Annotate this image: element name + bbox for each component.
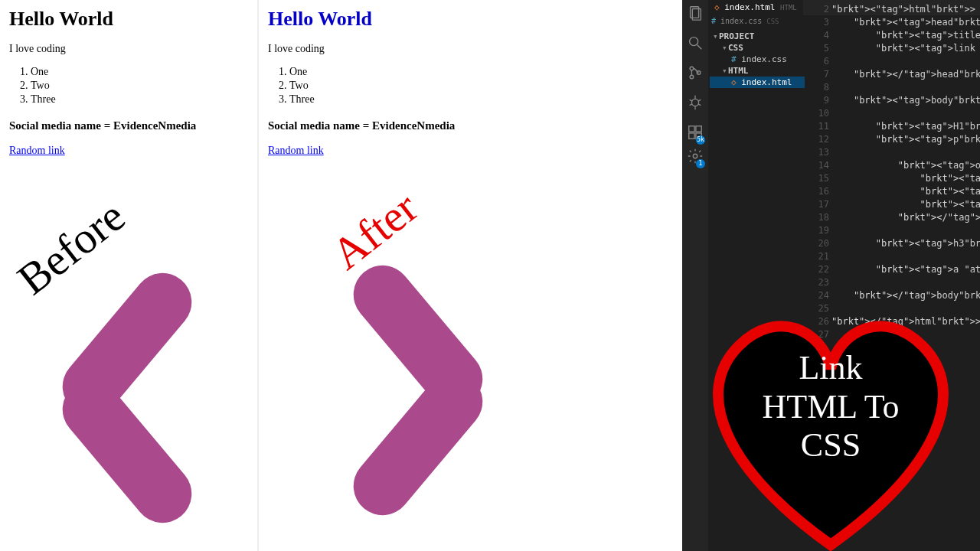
code-line[interactable]: "brkt"><"tag">li"brkt">>Three</ <box>831 198 980 211</box>
before-social: Social media name = EvidenceNmedia <box>9 119 248 132</box>
code-line[interactable]: "brkt"><"tag">html"brkt">> <box>831 3 980 16</box>
code-line[interactable]: "brkt"><"tag">a "attr">href="#""brkt">>R… <box>831 263 980 276</box>
source-control-icon[interactable] <box>687 64 704 83</box>
extensions-icon[interactable]: 5k <box>687 124 704 143</box>
code-line[interactable]: "brkt"><"tag">head"brkt">> <box>831 16 980 29</box>
svg-point-7 <box>691 99 698 106</box>
breadcrumb-label: index.css <box>720 17 762 25</box>
line-gutter: 2345678910111213141516171819202122232425… <box>811 3 829 341</box>
svg-point-18 <box>693 154 697 158</box>
list-item: One <box>289 66 663 78</box>
before-heading: Hello World <box>9 8 248 31</box>
code-line[interactable] <box>831 81 980 94</box>
code-line[interactable] <box>831 276 980 289</box>
code-line[interactable]: "brkt"><"tag">p"brkt">>I love coding"brk… <box>831 133 980 146</box>
code-line[interactable]: "brkt"></"tag">html"brkt">> <box>831 315 980 328</box>
code-line[interactable] <box>831 224 980 237</box>
list-item: Three <box>289 93 663 106</box>
panel-divider <box>672 0 682 551</box>
code-line[interactable] <box>831 302 980 315</box>
before-panel: Hello World I love coding One Two Three … <box>0 0 259 551</box>
after-social: Social media name = EvidenceNmedia <box>268 119 663 132</box>
svg-line-10 <box>690 99 693 101</box>
tree-folder-html[interactable]: ▾HTML <box>710 65 805 77</box>
settings-badge: 1 <box>696 159 705 168</box>
code-line[interactable] <box>831 146 980 159</box>
tree-file-index-html[interactable]: ◇ index.html <box>710 77 805 88</box>
code-line[interactable]: "brkt"></"tag">ol"brkt">> <box>831 211 980 224</box>
left-angle-bracket-icon <box>21 283 220 528</box>
code-editor-panel: ◇ index.html HTML # index.css CSS ▾PROJE… <box>682 0 980 551</box>
svg-point-5 <box>690 75 694 79</box>
code-area[interactable]: "brkt"><"tag">html"brkt">> "brkt"><"tag"… <box>831 0 980 328</box>
svg-line-3 <box>697 45 702 50</box>
list-item: One <box>31 66 248 78</box>
code-line[interactable]: "brkt"><"tag">body"brkt">> <box>831 94 980 107</box>
code-line[interactable]: "brkt"></"tag">body"brkt">> <box>831 289 980 302</box>
debug-icon[interactable] <box>687 94 704 113</box>
right-angle-bracket-icon <box>335 276 534 520</box>
before-list: One Two Three <box>31 66 248 106</box>
after-panel: Hello World I love coding One Two Three … <box>259 0 672 551</box>
svg-point-4 <box>690 67 694 70</box>
tree-project-root[interactable]: ▾PROJECT <box>710 31 805 42</box>
after-list: One Two Three <box>289 66 663 106</box>
code-line[interactable] <box>831 55 980 68</box>
svg-rect-16 <box>689 133 694 139</box>
list-item: Three <box>31 93 248 106</box>
code-line[interactable]: "brkt"><"tag">ol"brkt">> <box>831 159 980 172</box>
code-line[interactable]: "brkt"><"tag">link "attr">href= "C:\User <box>831 42 980 55</box>
after-paragraph: I love coding <box>268 43 663 55</box>
svg-point-2 <box>690 37 698 46</box>
html-file-icon: ◇ <box>714 2 720 12</box>
svg-line-12 <box>690 104 693 106</box>
extension-badge: 5k <box>696 135 705 145</box>
before-link[interactable]: Random link <box>9 145 65 156</box>
search-icon[interactable] <box>687 34 704 54</box>
svg-rect-15 <box>696 126 701 132</box>
svg-line-13 <box>698 104 701 106</box>
code-line[interactable] <box>831 107 980 120</box>
code-line[interactable]: "brkt"></"tag">head"brkt">> <box>831 68 980 81</box>
after-label: After <box>322 181 427 279</box>
code-line[interactable]: "brkt"><"tag">li"brkt">>One"brkt"></"tag… <box>831 172 980 185</box>
code-line[interactable]: "brkt"><"tag">li"brkt">>Two"brkt"></"tag… <box>831 185 980 198</box>
tab-type: HTML <box>780 4 797 11</box>
tab-label: index.html <box>724 2 775 12</box>
svg-line-11 <box>698 99 701 101</box>
code-line[interactable]: "brkt"><"tag">H1"brkt">>Hello World"brkt… <box>831 120 980 133</box>
after-link[interactable]: Random link <box>268 145 324 156</box>
gear-icon[interactable]: 1 <box>687 148 704 167</box>
before-paragraph: I love coding <box>9 43 248 55</box>
code-line[interactable]: "brkt"><"tag">h3"brkt">>Social media na <box>831 237 980 250</box>
code-line[interactable]: "brkt"><"tag">title"brkt">>Web page tit <box>831 29 980 42</box>
css-file-icon: # <box>711 17 716 25</box>
svg-rect-14 <box>689 126 694 132</box>
after-heading: Hello World <box>268 8 663 31</box>
breadcrumb-type: CSS <box>766 18 779 25</box>
list-item: Two <box>31 80 248 92</box>
activity-bar: 5k 1 <box>682 0 708 551</box>
tree-file-index-css[interactable]: # index.css <box>710 54 805 65</box>
files-icon[interactable] <box>687 5 704 24</box>
code-line[interactable] <box>831 250 980 263</box>
tree-folder-css[interactable]: ▾CSS <box>710 42 805 54</box>
tab-index-html[interactable]: ◇ index.html HTML <box>708 0 803 15</box>
list-item: Two <box>289 80 663 92</box>
